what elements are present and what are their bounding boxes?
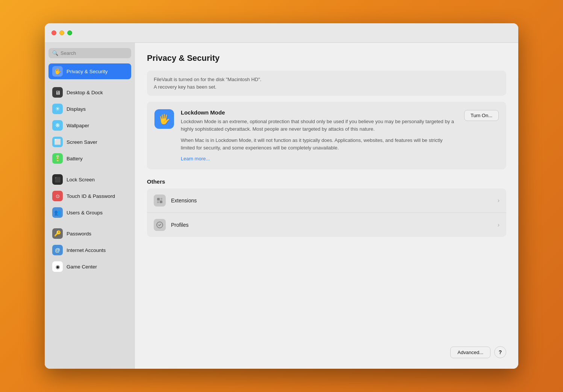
sidebar-item-displays[interactable]: ✳ Displays xyxy=(48,101,131,117)
sidebar-item-passwords[interactable]: 🔑 Passwords xyxy=(48,226,131,241)
sidebar-item-screen-saver[interactable]: ⬜ Screen Saver xyxy=(48,134,131,150)
sidebar-item-label-touchid: Touch ID & Password xyxy=(67,193,115,199)
bottom-bar: Advanced... ? xyxy=(147,340,506,358)
lockdown-mode-card: 🖐 Lockdown Mode Lockdown Mode is an extr… xyxy=(147,102,506,169)
sidebar-item-users-groups[interactable]: 👥 Users & Groups xyxy=(48,205,131,220)
sidebar-item-icon-internet-accounts: @ xyxy=(52,245,63,255)
others-list: Extensions › Profiles › xyxy=(147,188,506,237)
traffic-lights xyxy=(51,30,72,35)
sidebar-item-label-passwords: Passwords xyxy=(67,231,91,237)
lockdown-mode-desc1: Lockdown Mode is an extreme, optional pr… xyxy=(181,118,457,133)
content-area: 🔍 🖐 Privacy & Security 🖥 Desktop & Dock … xyxy=(45,43,518,369)
titlebar xyxy=(45,23,518,43)
sidebar-item-internet-accounts[interactable]: @ Internet Accounts xyxy=(48,242,131,258)
profiles-row[interactable]: Profiles › xyxy=(147,213,506,237)
sidebar-item-icon-screen-saver: ⬜ xyxy=(52,137,63,147)
sidebar-item-lock-screen[interactable]: ⬛ Lock Screen xyxy=(48,172,131,187)
help-button[interactable]: ? xyxy=(494,346,506,358)
main-content: Privacy & Security FileVault is turned o… xyxy=(135,43,518,369)
sidebar-item-icon-displays: ✳ xyxy=(52,104,63,114)
sidebar-divider-1 xyxy=(48,80,131,84)
sidebar-item-label-internet-accounts: Internet Accounts xyxy=(67,247,106,253)
sidebar-item-icon-battery: 🔋 xyxy=(52,153,63,164)
sidebar-item-battery[interactable]: 🔋 Battery xyxy=(48,151,131,166)
svg-rect-1 xyxy=(160,198,162,200)
lockdown-mode-icon: 🖐 xyxy=(154,109,174,129)
sidebar-item-label-wallpaper: Wallpaper xyxy=(67,123,89,128)
profiles-chevron: › xyxy=(498,222,499,228)
search-icon: 🔍 xyxy=(52,50,58,56)
sidebar-item-label-users-groups: Users & Groups xyxy=(67,210,103,216)
sidebar-item-label-privacy-security: Privacy & Security xyxy=(67,69,108,74)
sidebar-item-label-screen-saver: Screen Saver xyxy=(67,139,97,145)
turn-on-button[interactable]: Turn On... xyxy=(464,110,499,121)
sidebar-item-wallpaper[interactable]: ❋ Wallpaper xyxy=(48,118,131,133)
sidebar-item-label-battery: Battery xyxy=(67,156,83,161)
svg-rect-0 xyxy=(157,198,160,201)
sidebar-item-label-displays: Displays xyxy=(67,106,86,112)
sidebar-item-icon-passwords: 🔑 xyxy=(52,228,63,239)
sidebar-item-icon-privacy-security: 🖐 xyxy=(52,66,63,77)
sidebar-item-icon-lock-screen: ⬛ xyxy=(52,174,63,185)
extensions-label: Extensions xyxy=(171,198,492,204)
svg-rect-2 xyxy=(157,201,159,203)
learn-more-link[interactable]: Learn more... xyxy=(181,156,210,161)
sidebar-item-game-center[interactable]: ◉ Game Center xyxy=(48,259,131,274)
sidebar-item-privacy-security[interactable]: 🖐 Privacy & Security xyxy=(48,63,131,79)
others-section-label: Others xyxy=(147,178,506,185)
sidebar-divider-3 xyxy=(48,221,131,225)
sidebar-item-icon-game-center: ◉ xyxy=(52,261,63,272)
filevault-notice: FileVault is turned on for the disk "Mac… xyxy=(147,71,506,96)
profiles-icon xyxy=(154,219,166,231)
minimize-button[interactable] xyxy=(59,30,64,35)
search-bar[interactable]: 🔍 xyxy=(48,48,131,58)
sidebar-item-desktop-dock[interactable]: 🖥 Desktop & Dock xyxy=(48,84,131,100)
lockdown-mode-desc2: When Mac is in Lockdown Mode, it will no… xyxy=(181,137,457,152)
app-window: 🔍 🖐 Privacy & Security 🖥 Desktop & Dock … xyxy=(45,23,518,369)
sidebar-item-touchid[interactable]: ⊙ Touch ID & Password xyxy=(48,188,131,204)
sidebar-item-icon-wallpaper: ❋ xyxy=(52,120,63,131)
maximize-button[interactable] xyxy=(67,30,72,35)
advanced-button[interactable]: Advanced... xyxy=(450,347,490,358)
lockdown-mode-title: Lockdown Mode xyxy=(181,109,457,116)
extensions-row[interactable]: Extensions › xyxy=(147,188,506,213)
filevault-text: FileVault is turned on for the disk "Mac… xyxy=(154,77,261,90)
search-input[interactable] xyxy=(61,50,127,56)
sidebar-item-label-desktop-dock: Desktop & Dock xyxy=(67,90,103,95)
sidebar-item-icon-touchid: ⊙ xyxy=(52,191,63,201)
sidebar-item-icon-users-groups: 👥 xyxy=(52,207,63,218)
sidebar-item-icon-desktop-dock: 🖥 xyxy=(52,87,63,98)
sidebar: 🔍 🖐 Privacy & Security 🖥 Desktop & Dock … xyxy=(45,43,135,369)
page-title: Privacy & Security xyxy=(147,53,506,63)
lockdown-mode-text: Lockdown Mode Lockdown Mode is an extrem… xyxy=(181,109,457,162)
extensions-chevron: › xyxy=(498,197,499,204)
sidebar-divider-2 xyxy=(48,167,131,171)
extensions-icon xyxy=(154,194,166,207)
sidebar-item-label-lock-screen: Lock Screen xyxy=(67,177,95,182)
close-button[interactable] xyxy=(51,30,56,35)
svg-rect-3 xyxy=(160,201,162,203)
sidebar-item-label-game-center: Game Center xyxy=(67,264,97,270)
profiles-label: Profiles xyxy=(171,222,492,228)
